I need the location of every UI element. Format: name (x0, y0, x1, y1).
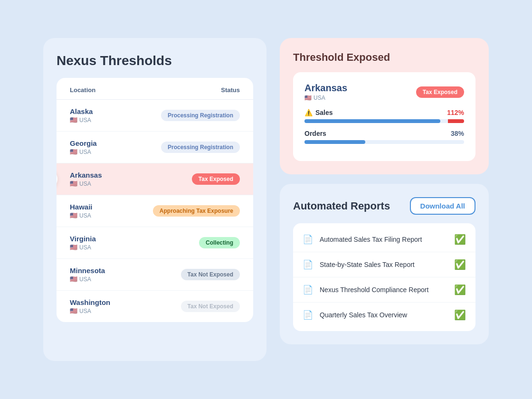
flag-icon: 🇺🇸 (70, 244, 77, 251)
row-location-arkansas: Arkansas 🇺🇸 USA (70, 171, 192, 187)
threshold-header: Arkansas 🇺🇸 USA Tax Exposed (304, 83, 464, 101)
threshold-exposed-card: Threshold Exposed Arkansas 🇺🇸 USA Tax Ex… (280, 38, 489, 174)
check-icon: ✅ (454, 234, 466, 245)
progress-fill-blue (304, 119, 440, 123)
table-row[interactable]: Alaska 🇺🇸 USA Processing Registration (57, 100, 253, 132)
location-name: Minnesota (70, 266, 181, 275)
col-header-location: Location (70, 86, 221, 94)
flag-icon: 🇺🇸 (70, 180, 77, 187)
status-badge: Processing Registration (161, 110, 240, 121)
document-icon: 📄 (303, 285, 313, 295)
table-row[interactable]: Minnesota 🇺🇸 USA Tax Not Exposed (57, 259, 253, 291)
metric-label: ⚠️ Sales (304, 109, 333, 116)
metric-label-row: ⚠️ Sales 112% (304, 109, 464, 116)
row-location-minnesota: Minnesota 🇺🇸 USA (70, 266, 181, 283)
check-icon: ✅ (454, 284, 466, 295)
threshold-inner: Arkansas 🇺🇸 USA Tax Exposed ⚠️ Sales (293, 72, 475, 161)
progress-track-orders (304, 140, 464, 144)
table-row[interactable]: Georgia 🇺🇸 USA Processing Registration (57, 132, 253, 163)
threshold-location-info: Arkansas 🇺🇸 USA (304, 83, 347, 101)
location-name: Alaska (70, 107, 161, 115)
location-name: Washington (70, 298, 181, 306)
threshold-card-title: Threshold Exposed (293, 51, 475, 64)
document-icon: 📄 (303, 259, 313, 270)
location-country: 🇺🇸 USA (70, 276, 181, 283)
status-badge: Processing Registration (161, 142, 240, 153)
location-country: 🇺🇸 USA (70, 180, 192, 187)
metric-value: 112% (447, 109, 464, 116)
check-icon: ✅ (454, 309, 466, 321)
reports-title: Automated Reports (293, 200, 390, 212)
location-name: Georgia (70, 139, 161, 147)
flag-icon: 🇺🇸 (70, 276, 77, 283)
document-icon: 📄 (303, 234, 313, 245)
table-row[interactable]: Washington 🇺🇸 USA Tax Not Exposed (57, 291, 253, 322)
report-name: Quarterly Sales Tax Overview (320, 311, 447, 319)
report-name: Nexus Threshold Compliance Report (320, 286, 447, 294)
location-country: 🇺🇸 USA (70, 307, 181, 314)
metric-value: 38% (451, 130, 464, 137)
flag-icon: 🇺🇸 (304, 95, 312, 101)
location-country: 🇺🇸 USA (70, 116, 161, 124)
progress-fill-red (448, 119, 464, 123)
report-row[interactable]: 📄 Quarterly Sales Tax Overview ✅ (293, 303, 475, 327)
report-name: State-by-State Sales Tax Report (320, 261, 447, 268)
metric-label-row: Orders 38% (304, 130, 464, 137)
location-country: 🇺🇸 USA (70, 212, 153, 219)
status-badge: Tax Not Exposed (181, 269, 240, 280)
row-location-hawaii: Hawaii 🇺🇸 USA (70, 203, 153, 219)
report-name: Automated Sales Tax Filing Report (320, 236, 447, 243)
left-panel-title: Nexus Thresholds (57, 53, 253, 68)
location-country: 🇺🇸 USA (70, 244, 199, 251)
check-icon: ✅ (454, 259, 466, 270)
threshold-status-badge: Tax Exposed (416, 86, 464, 98)
threshold-location-name: Arkansas (304, 83, 347, 94)
col-header-status: Status (221, 86, 240, 94)
metric-sales: ⚠️ Sales 112% (304, 109, 464, 123)
row-location-virginia: Virginia 🇺🇸 USA (70, 235, 199, 251)
row-location-alaska: Alaska 🇺🇸 USA (70, 107, 161, 124)
nexus-thresholds-table: Location Status Alaska 🇺🇸 USA Processing… (57, 78, 253, 322)
flag-icon: 🇺🇸 (70, 148, 77, 155)
table-row[interactable]: Virginia 🇺🇸 USA Collecting (57, 227, 253, 259)
main-container: Nexus Thresholds Location Status Alaska … (24, 19, 508, 380)
table-header: Location Status (57, 78, 253, 100)
flag-icon: 🇺🇸 (70, 307, 77, 314)
right-panels: Threshold Exposed Arkansas 🇺🇸 USA Tax Ex… (280, 38, 489, 344)
row-location-washington: Washington 🇺🇸 USA (70, 298, 181, 314)
table-row[interactable]: Hawaii 🇺🇸 USA Approaching Tax Exposure (57, 195, 253, 227)
reports-list: 📄 Automated Sales Tax Filing Report ✅ 📄 … (293, 223, 475, 331)
progress-fill-orders (304, 140, 365, 144)
status-badge: Approaching Tax Exposure (153, 205, 240, 217)
table-row-arkansas[interactable]: ⚠ Arkansas 🇺🇸 USA Tax Exposed (57, 163, 253, 195)
report-row[interactable]: 📄 Nexus Threshold Compliance Report ✅ (293, 277, 475, 303)
threshold-country: 🇺🇸 USA (304, 95, 347, 101)
reports-header: Automated Reports Download All (293, 197, 475, 215)
document-icon: 📄 (303, 310, 313, 320)
metric-orders: Orders 38% (304, 130, 464, 144)
status-badge: Collecting (199, 237, 240, 248)
row-location-georgia: Georgia 🇺🇸 USA (70, 139, 161, 155)
left-panel: Nexus Thresholds Location Status Alaska … (43, 38, 266, 361)
location-name: Arkansas (70, 171, 192, 179)
download-all-button[interactable]: Download All (410, 197, 475, 215)
flag-icon: 🇺🇸 (70, 212, 77, 219)
flag-icon: 🇺🇸 (70, 116, 77, 124)
alert-bubble: ⚠ (57, 169, 57, 190)
status-badge: Tax Exposed (192, 173, 240, 185)
automated-reports-card: Automated Reports Download All 📄 Automat… (280, 184, 489, 344)
report-row[interactable]: 📄 Automated Sales Tax Filing Report ✅ (293, 227, 475, 252)
report-row[interactable]: 📄 State-by-State Sales Tax Report ✅ (293, 252, 475, 277)
location-country: 🇺🇸 USA (70, 148, 161, 155)
status-badge: Tax Not Exposed (181, 301, 240, 312)
warning-icon: ⚠️ (304, 109, 313, 116)
location-name: Virginia (70, 235, 199, 243)
location-name: Hawaii (70, 203, 153, 211)
progress-track-sales (304, 119, 464, 123)
metric-label: Orders (304, 130, 326, 137)
